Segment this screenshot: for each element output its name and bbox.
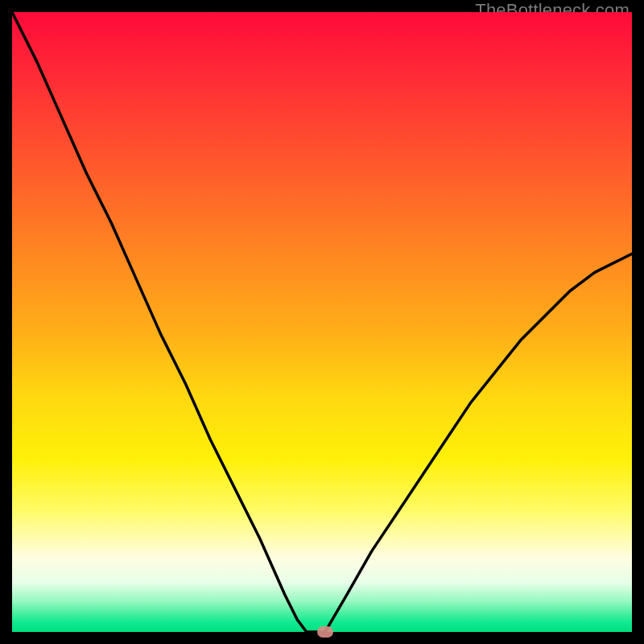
optimum-marker <box>317 626 333 638</box>
chart-background-gradient <box>12 12 632 632</box>
chart-frame <box>12 12 632 632</box>
